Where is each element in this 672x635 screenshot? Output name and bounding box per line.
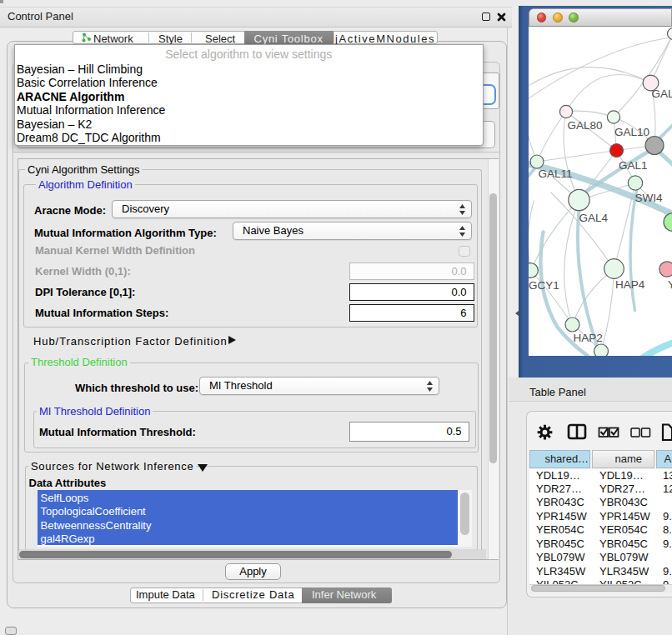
svg-text:Y: Y <box>668 278 672 291</box>
svg-text:GAL7: GAL7 <box>651 87 672 99</box>
svg-text:GAL80: GAL80 <box>567 118 602 131</box>
svg-text:GAL11: GAL11 <box>538 168 572 180</box>
svg-text:HAP2: HAP2 <box>573 331 602 343</box>
svg-text:GCY1: GCY1 <box>529 279 559 292</box>
svg-text:GAL1: GAL1 <box>619 158 648 171</box>
svg-text:HAP4: HAP4 <box>615 278 645 291</box>
svg-text:GAL4: GAL4 <box>579 212 608 224</box>
svg-text:GAL10: GAL10 <box>614 125 649 138</box>
svg-text:SWI4: SWI4 <box>634 192 662 204</box>
